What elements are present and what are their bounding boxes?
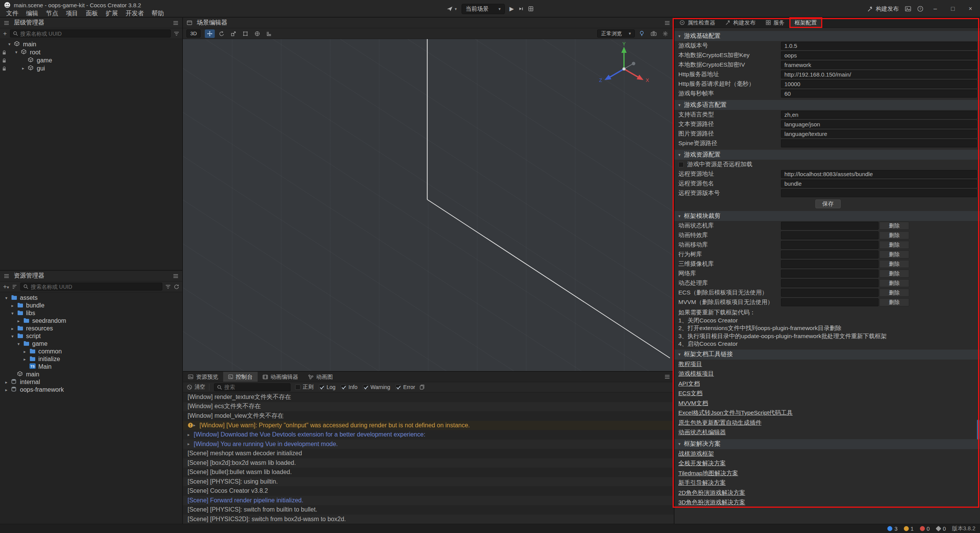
help-icon[interactable]: ? bbox=[917, 6, 923, 12]
delete-button[interactable]: 删除 bbox=[879, 222, 909, 230]
create-asset-button[interactable]: +▾ bbox=[3, 283, 9, 291]
console-search-input[interactable] bbox=[224, 384, 287, 390]
text-input[interactable] bbox=[781, 260, 879, 268]
gizmo-x-label[interactable]: X bbox=[646, 77, 649, 83]
log-row[interactable]: [Scene] [box2d]:box2d wasm lib loaded. bbox=[183, 458, 674, 468]
text-input[interactable]: language/texture bbox=[781, 130, 977, 138]
camera-settings-button[interactable] bbox=[648, 29, 658, 38]
asset-node-assets[interactable]: ▾assets bbox=[0, 294, 182, 302]
maximize-button[interactable]: □ bbox=[947, 5, 959, 12]
text-input[interactable] bbox=[781, 189, 977, 197]
filter-icon[interactable] bbox=[174, 31, 179, 36]
refresh-icon[interactable] bbox=[174, 284, 179, 289]
text-input[interactable]: zh,en bbox=[781, 111, 977, 119]
gizmo-y-label[interactable]: Y bbox=[622, 42, 626, 47]
menu-item[interactable]: 文件 bbox=[2, 10, 22, 18]
asset-node-initialize[interactable]: ▸initialize bbox=[0, 355, 182, 363]
expand-arrow-icon[interactable]: ▸ bbox=[193, 423, 199, 428]
snap-tool-button[interactable] bbox=[264, 29, 274, 38]
clear-console-button[interactable]: 清空 bbox=[187, 384, 209, 391]
panel-options-icon[interactable] bbox=[173, 274, 178, 278]
text-input[interactable]: 10000 bbox=[781, 80, 977, 88]
asset-node-Main[interactable]: TSMain bbox=[0, 363, 182, 371]
copy-log-icon[interactable] bbox=[420, 384, 425, 390]
play-button[interactable]: ▶ bbox=[510, 5, 514, 12]
log-row[interactable]: ▸[Window] You are running Vue in develop… bbox=[183, 440, 674, 449]
panel-options-icon[interactable] bbox=[661, 372, 674, 382]
expand-arrow-icon[interactable]: ▾ bbox=[4, 296, 9, 301]
asset-node-script[interactable]: ▾script bbox=[0, 332, 182, 340]
framework-link[interactable]: 游戏模板项目 bbox=[678, 370, 714, 378]
delete-button[interactable]: 删除 bbox=[879, 241, 909, 249]
text-input[interactable] bbox=[781, 250, 879, 258]
expand-arrow-icon[interactable]: ▸ bbox=[4, 387, 9, 392]
tab-animation-graph[interactable]: 动画图 bbox=[303, 372, 338, 382]
text-input[interactable] bbox=[781, 222, 879, 230]
expand-arrow-icon[interactable]: ▾ bbox=[10, 334, 15, 339]
rect-tool-button[interactable] bbox=[240, 29, 250, 38]
filter-checkbox-error[interactable]: Error bbox=[395, 384, 415, 390]
console-search-box[interactable] bbox=[214, 383, 291, 391]
scale-tool-button[interactable] bbox=[229, 29, 238, 38]
assets-search-box[interactable] bbox=[20, 283, 162, 291]
expand-arrow-icon[interactable]: ▸ bbox=[188, 432, 194, 437]
panel-menu-icon[interactable] bbox=[4, 21, 9, 25]
text-input[interactable] bbox=[781, 270, 879, 278]
asset-node-resources[interactable]: ▸resources bbox=[0, 325, 182, 332]
save-button[interactable]: 保存 bbox=[815, 199, 841, 208]
preview-play-icon[interactable]: ▾ bbox=[447, 6, 457, 11]
framework-link[interactable]: 战棋游戏框架 bbox=[678, 450, 714, 458]
asset-node-common[interactable]: ▸common bbox=[0, 348, 182, 355]
filter-checkbox-warning[interactable]: Warning bbox=[363, 384, 390, 390]
menu-item[interactable]: 开发者 bbox=[122, 10, 148, 18]
layout-grid-button[interactable] bbox=[528, 6, 533, 11]
orientation-gizmo[interactable]: Y X Z bbox=[595, 42, 653, 96]
hierarchy-node-root[interactable]: ▾root bbox=[0, 48, 182, 56]
text-input[interactable]: http://192.168.0.150/main/ bbox=[781, 70, 977, 78]
menu-item[interactable]: 编辑 bbox=[22, 10, 42, 18]
expand-arrow-icon[interactable]: ▸ bbox=[188, 441, 194, 446]
delete-button[interactable]: 删除 bbox=[879, 270, 909, 278]
rotate-tool-button[interactable] bbox=[217, 29, 227, 38]
log-row[interactable]: [Scene] Forward render pipeline initiali… bbox=[183, 496, 674, 505]
expand-arrow-icon[interactable]: ▸ bbox=[21, 66, 26, 71]
framework-link[interactable]: 新手引导解决方案 bbox=[678, 479, 726, 487]
expand-arrow-icon[interactable]: ▾ bbox=[10, 311, 15, 316]
close-button[interactable]: × bbox=[965, 5, 976, 12]
framework-link[interactable]: 动画状态机编辑器 bbox=[678, 428, 726, 437]
move-tool-button[interactable] bbox=[205, 29, 215, 38]
delete-button[interactable]: 删除 bbox=[879, 298, 909, 306]
light-toggle-button[interactable] bbox=[637, 29, 647, 38]
expand-arrow-icon[interactable]: ▸ bbox=[16, 319, 21, 324]
text-input[interactable] bbox=[781, 289, 879, 297]
panel-options-icon[interactable] bbox=[173, 21, 178, 25]
filter-checkbox-log[interactable]: Log bbox=[319, 384, 335, 390]
text-input[interactable]: 1.0.5 bbox=[781, 42, 977, 50]
framework-link[interactable]: Excel格式转Json文件与TypeScript代码工具 bbox=[678, 409, 793, 417]
tab-property-inspector[interactable]: 属性检查器 bbox=[675, 18, 720, 28]
hierarchy-node-game[interactable]: game bbox=[0, 56, 182, 64]
framework-link[interactable]: 原生包热更新配置自动生成插件 bbox=[678, 419, 761, 427]
delete-button[interactable]: 删除 bbox=[879, 250, 909, 258]
log-row[interactable]: [Scene] Cocos Creator v3.8.2 bbox=[183, 486, 674, 496]
asset-node-bundle[interactable]: ▸bundle bbox=[0, 302, 182, 309]
log-row[interactable]: [Window] model_view文件夹不存在 bbox=[183, 411, 674, 421]
log-row[interactable]: [Scene] [PHYSICS2D]: switch from box2d-w… bbox=[183, 515, 674, 524]
framework-link[interactable]: 教程项目 bbox=[678, 360, 702, 368]
filter-icon[interactable] bbox=[165, 284, 171, 289]
hierarchy-search-box[interactable] bbox=[10, 29, 171, 38]
text-input[interactable] bbox=[781, 241, 879, 249]
text-input[interactable]: oops bbox=[781, 51, 977, 59]
regex-checkbox[interactable]: 正则 bbox=[295, 384, 314, 391]
framework-link[interactable]: API文档 bbox=[678, 380, 700, 388]
framework-link[interactable]: 2D角色扮演游戏解决方案 bbox=[678, 489, 745, 497]
expand-arrow-icon[interactable]: ▸ bbox=[22, 357, 27, 362]
scene-select[interactable]: 当前场景 ▾ bbox=[461, 4, 505, 14]
status-count-error[interactable]: 0 bbox=[920, 526, 930, 532]
menu-item[interactable]: 帮助 bbox=[148, 10, 168, 18]
expand-arrow-icon[interactable]: ▸ bbox=[10, 326, 15, 331]
gizmo-z-label[interactable]: Z bbox=[599, 77, 602, 83]
expand-arrow-icon[interactable]: ▾ bbox=[16, 342, 21, 347]
section-header[interactable]: ▾游戏多语言配置 bbox=[675, 100, 980, 110]
log-row[interactable]: [Window] render_texture文件夹不存在 bbox=[183, 392, 674, 402]
